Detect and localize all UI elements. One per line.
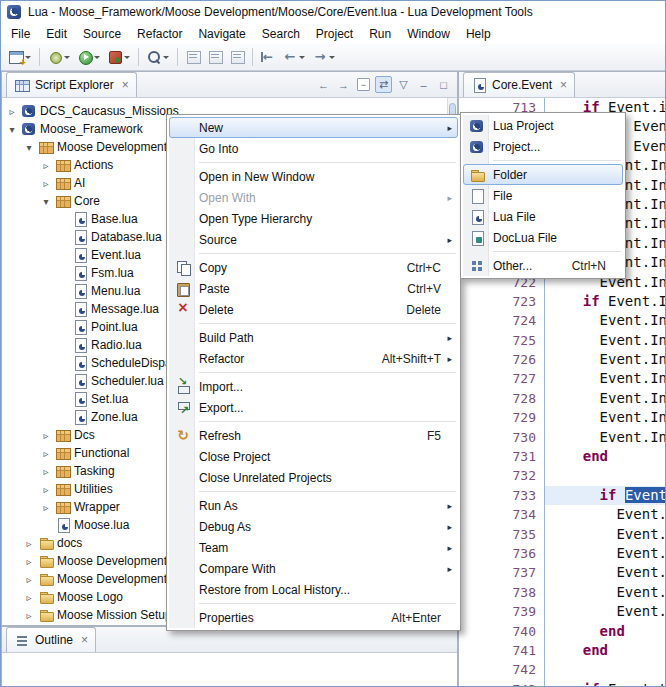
line-number: 741 <box>459 641 545 660</box>
chevron-right-icon[interactable]: ▹ <box>23 610 35 621</box>
menu-item-delete[interactable]: DeleteDelete <box>169 299 458 320</box>
close-icon[interactable]: × <box>81 634 88 646</box>
menu-separator <box>199 253 456 254</box>
chevron-right-icon[interactable]: ▹ <box>6 106 18 117</box>
menubar-item-edit[interactable]: Edit <box>38 24 75 44</box>
maximize-button[interactable]: □ <box>435 76 452 93</box>
menu-item-run-as[interactable]: Run As▸ <box>169 495 458 516</box>
chevron-right-icon[interactable]: ▹ <box>40 484 52 495</box>
menubar-item-refactor[interactable]: Refactor <box>129 24 190 44</box>
chevron-right-icon[interactable]: ▹ <box>23 592 35 603</box>
search-edit-button[interactable] <box>143 46 173 68</box>
new-wizard-button[interactable] <box>5 46 35 68</box>
chevron-right-icon[interactable]: ▹ <box>40 160 52 171</box>
tab-outline[interactable]: Outline × <box>6 627 96 652</box>
menu-item-label: Delete <box>193 303 234 317</box>
submenu-arrow-icon: ▸ <box>441 333 452 343</box>
new-submenu: Lua ProjectProject...FolderFileLua FileD… <box>460 112 626 279</box>
chevron-right-icon[interactable]: ▹ <box>40 448 52 459</box>
dropdown-arrow-icon[interactable] <box>63 47 71 67</box>
open-element-button[interactable] <box>182 46 204 68</box>
menu-item-doclua-file[interactable]: DocLua File <box>463 227 623 248</box>
menu-item-refactor[interactable]: RefactorAlt+Shift+T▸ <box>169 348 458 369</box>
chevron-down-icon[interactable]: ▾ <box>6 124 18 135</box>
menu-item-folder[interactable]: Folder <box>463 164 623 185</box>
menu-item-other[interactable]: Other...Ctrl+N <box>463 255 623 276</box>
menu-item-properties[interactable]: PropertiesAlt+Enter <box>169 607 458 628</box>
menu-item-close-project[interactable]: Close Project <box>169 446 458 467</box>
menu-item-lua-file[interactable]: Lua File <box>463 206 623 227</box>
chevron-right-icon[interactable]: ▹ <box>23 538 35 549</box>
back-button[interactable]: ← <box>315 76 332 93</box>
chevron-down-icon[interactable]: ▾ <box>40 196 52 207</box>
menu-item-export[interactable]: Export... <box>169 397 458 418</box>
tab-core-event[interactable]: Core.Event × <box>463 72 575 97</box>
back-icon <box>282 49 298 65</box>
external-tools-button[interactable] <box>104 46 134 68</box>
dropdown-arrow-icon[interactable] <box>162 47 170 67</box>
chevron-right-icon[interactable]: ▹ <box>23 574 35 585</box>
menu-item-lua-project[interactable]: Lua Project <box>463 115 623 136</box>
menu-item-close-unrelated-projects[interactable]: Close Unrelated Projects <box>169 467 458 488</box>
menubar-item-help[interactable]: Help <box>458 24 499 44</box>
menu-item-open-in-new-window[interactable]: Open in New Window <box>169 166 458 187</box>
menu-item-paste[interactable]: PasteCtrl+V <box>169 278 458 299</box>
code-line-732: 732 <box>459 466 666 485</box>
chevron-right-icon[interactable]: ▹ <box>40 178 52 189</box>
code-text <box>545 660 666 679</box>
menu-item-import[interactable]: Import... <box>169 376 458 397</box>
tab-script-explorer[interactable]: Script Explorer × <box>6 72 137 97</box>
tree-item-label: Moose Development <box>57 140 167 154</box>
menu-item-compare-with[interactable]: Compare With▸ <box>169 558 458 579</box>
close-icon[interactable]: × <box>122 79 129 91</box>
forward-button[interactable] <box>309 46 339 68</box>
menu-item-build-path[interactable]: Build Path▸ <box>169 327 458 348</box>
menu-item-restore-from-local-history[interactable]: Restore from Local History... <box>169 579 458 600</box>
mark-occurrences-button[interactable] <box>204 46 226 68</box>
chevron-right-icon[interactable]: ▹ <box>23 556 35 567</box>
back-button[interactable] <box>279 46 309 68</box>
menu-item-open-type-hierarchy[interactable]: Open Type Hierarchy <box>169 208 458 229</box>
dropdown-arrow-icon[interactable] <box>298 47 306 67</box>
menubar-item-project[interactable]: Project <box>308 24 361 44</box>
menu-item-project[interactable]: Project... <box>463 136 623 157</box>
run-button[interactable] <box>74 46 104 68</box>
menubar-item-window[interactable]: Window <box>399 24 458 44</box>
menu-item-source[interactable]: Source▸ <box>169 229 458 250</box>
menu-item-debug-as[interactable]: Debug As▸ <box>169 516 458 537</box>
menu-item-refresh[interactable]: RefreshF5 <box>169 425 458 446</box>
menu-item-copy[interactable]: CopyCtrl+C <box>169 257 458 278</box>
menu-item-icon-slot <box>467 230 487 246</box>
collapse-all-button[interactable]: − <box>357 78 370 91</box>
menu-item-team[interactable]: Team▸ <box>169 537 458 558</box>
menubar-item-file[interactable]: File <box>3 24 38 44</box>
menubar-item-search[interactable]: Search <box>254 24 308 44</box>
tree-item-label: Set.lua <box>91 392 128 406</box>
dropdown-arrow-icon[interactable] <box>93 47 101 67</box>
dropdown-arrow-icon[interactable] <box>328 47 336 67</box>
chevron-right-icon[interactable]: ▹ <box>40 430 52 441</box>
chevron-right-icon[interactable]: ▹ <box>40 466 52 477</box>
chevron-down-icon[interactable]: ▾ <box>23 142 35 153</box>
menu-item-file[interactable]: File <box>463 185 623 206</box>
view-menu-button[interactable]: ▽ <box>395 76 412 93</box>
tree-item-label: Database.lua <box>91 230 162 244</box>
menu-item-go-into[interactable]: Go Into <box>169 138 458 159</box>
minimize-button[interactable]: – <box>415 76 432 93</box>
dropdown-arrow-icon[interactable] <box>123 47 131 67</box>
last-edit-button[interactable] <box>257 46 279 68</box>
menubar-item-run[interactable]: Run <box>361 24 399 44</box>
tree-item-label: AI <box>74 176 85 190</box>
show-view-button[interactable] <box>226 46 248 68</box>
close-icon[interactable]: × <box>560 79 567 91</box>
debug-button[interactable] <box>44 46 74 68</box>
code-text: if Event.IniDCSGroup then <box>545 486 666 505</box>
link-with-editor-button[interactable]: ⇄ <box>375 76 392 93</box>
menu-separator <box>199 603 456 604</box>
forward-button[interactable]: → <box>335 76 352 93</box>
chevron-right-icon[interactable]: ▹ <box>40 502 52 513</box>
code-line-725: 725 Event.IniUnit = UNIT:FindByName( Eve… <box>459 331 666 350</box>
menubar-item-navigate[interactable]: Navigate <box>190 24 253 44</box>
menu-item-new[interactable]: New▸ <box>169 117 458 138</box>
menubar-item-source[interactable]: Source <box>75 24 129 44</box>
